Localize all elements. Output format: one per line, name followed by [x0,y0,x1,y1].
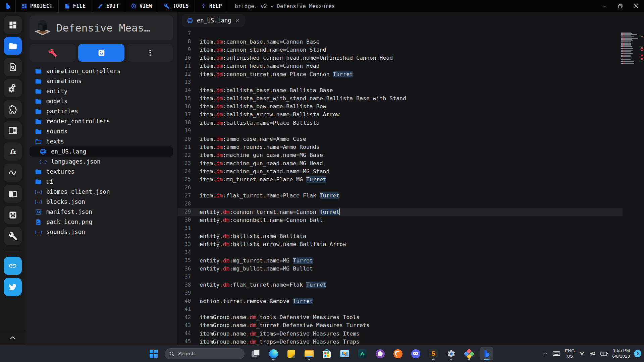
code-line[interactable]: 32entity.dm:ballista.name=Ballista [177,232,644,240]
code-line[interactable]: 11item.dm:cannon_head.name=Cannon Head [177,62,644,70]
menu-edit[interactable]: EDIT [92,0,125,12]
code-line[interactable]: 44itemGroup.name.dm_items=Defensive Meas… [177,329,644,338]
taskbar-sublime-text[interactable]: S [427,347,440,360]
notification-badge[interactable]: 2 [634,350,641,357]
tree-item-en-us-lang[interactable]: en_US.lang [30,146,173,157]
tree-item-entity[interactable]: entity [30,86,173,96]
clock[interactable]: 1:55 PM 6/8/2023 [612,348,630,359]
taskbar-edge-browser[interactable] [267,347,280,360]
volume-icon[interactable] [589,350,596,357]
tree-item-texts[interactable]: texts [30,136,173,146]
project-header[interactable]: Defensive Meas… [30,15,173,40]
code-line[interactable]: 18item.dm:ballista.name=Place Ballista [177,119,644,127]
code-line[interactable]: 20item.dm:ammo_case.name=Ammo Case [177,135,644,143]
taskbar-discord[interactable] [409,347,422,360]
taskbar-settings[interactable] [444,347,458,360]
battery-icon[interactable] [600,350,608,358]
rail-search-files-button[interactable] [4,58,22,76]
code-line[interactable]: 14item.dm:ballista_base.name=Ballista Ba… [177,86,644,94]
code-line[interactable]: 13 [177,78,644,86]
tree-item-manifest-json[interactable]: manifest.json [30,207,173,217]
code-line[interactable]: 25item.dm:mg_turret.name=Place MG Turret [177,175,644,183]
taskbar-start-button[interactable] [147,347,160,360]
taskbar-crunchyroll[interactable] [391,347,405,360]
code-line[interactable]: 9item.dm:cannon_stand.name=Cannon Stand [177,46,644,54]
tree-item-blocks-json[interactable]: {..}blocks.json [30,197,173,207]
tree-item-animations[interactable]: animations [30,76,173,86]
minimize-button[interactable] [597,0,612,12]
taskbar-github-desktop[interactable] [373,347,387,360]
rail-documentation-button[interactable] [4,185,22,203]
rail-functions-button[interactable]: fx [4,142,22,161]
taskbar-video-editor[interactable] [356,347,369,360]
collapse-panel-button[interactable] [0,330,25,345]
tree-item-sounds-json[interactable]: {..}sounds.json [30,227,173,237]
code-line[interactable]: 40action.turret.remove=Remove Turret [177,297,644,305]
code-line[interactable]: 27item.dm:flak_turret.name=Place Flak Tu… [177,192,644,200]
rail-share-link-button[interactable] [4,257,22,275]
project-screenshot-button[interactable] [78,44,124,62]
taskbar-presentation-app[interactable] [338,347,351,360]
language-indicator[interactable]: ENG US [565,348,575,359]
code-line[interactable]: 10item.dm:unfinished_cannon_head.name=Un… [177,54,644,62]
tree-item-render-controllers[interactable]: render_controllers [30,116,173,126]
code-line[interactable]: 37 [177,273,644,281]
rail-tools-button[interactable] [4,227,22,245]
taskbar-search[interactable]: Search [165,348,245,359]
restore-button[interactable] [612,0,628,12]
code-line[interactable]: 21item.dm:ammo_rounds.name=Ammo Rounds [177,143,644,151]
code-line[interactable]: 16item.dm:ballista_bow.name=Ballista Bow [177,103,644,111]
tree-item-particles[interactable]: particles [30,106,173,116]
code-line[interactable]: 43itemGroup.name.dm_turret=Defensive Mea… [177,321,644,329]
touch-keyboard-icon[interactable] [552,349,561,358]
rail-extensions-button[interactable] [4,100,22,118]
taskbar-file-explorer[interactable] [302,347,316,360]
code-line[interactable]: 38entity.dm:flak_turret.name=Flak Turret [177,281,644,289]
code-line[interactable]: 42itemGroup.name.dm_tools=Defensive Meas… [177,313,644,321]
menu-file[interactable]: FILE [58,0,92,12]
rail-minecraft-button[interactable] [4,206,22,224]
code-line[interactable]: 36entity.dm:mg_bullet.name=MG Bullet [177,264,644,273]
code-line[interactable]: 26 [177,184,644,192]
code-line[interactable]: 8item.dm:cannon_base.name=Cannon Base [177,38,644,46]
code-line[interactable]: 45itemGroup.name.dm_traps=Defensive Meas… [177,338,644,345]
code-line[interactable]: 28 [177,200,644,208]
taskbar-bridge-app[interactable] [480,347,493,360]
code-line[interactable]: 12item.dm:cannon_turret.name=Place Canno… [177,70,644,78]
code-line[interactable]: 22item.dm:machine_gun_base.name=MG Base [177,151,644,159]
tree-item-ui[interactable]: ui [30,177,173,187]
rail-twitter-button[interactable] [4,278,22,296]
minimap[interactable] [621,32,639,64]
code-line[interactable]: 29entity.dm:cannon_turret.name=Cannon Tu… [177,208,644,216]
code-line[interactable]: 35entity.dm:mg_turret.name=MG Turret [177,256,644,264]
project-tools-button[interactable] [30,44,76,62]
tray-chevron-up-icon[interactable] [543,351,548,356]
rail-dashboard-button[interactable] [4,16,22,34]
close-button[interactable] [628,0,644,12]
code-line[interactable]: 33entity.dm:ballista_arrow.name=Ballista… [177,240,644,248]
menu-help[interactable]: HELP [195,0,228,12]
menu-project[interactable]: PROJECT [15,0,58,12]
rail-molang-button[interactable] [4,164,22,182]
rail-project-files-button[interactable] [4,37,22,55]
tree-item-animation-controllers[interactable]: animation_controllers [30,66,173,76]
code-line[interactable]: 31 [177,224,644,232]
project-more-button[interactable] [127,44,173,62]
code-line[interactable]: 39 [177,289,644,297]
tab-close-icon[interactable] [235,18,240,23]
code-line[interactable]: 30entity.dm:cannonball.name=Cannon ball [177,216,644,224]
tree-item-biomes-client-json[interactable]: {..}biomes_client.json [30,187,173,197]
taskbar-microsoft-store[interactable] [320,347,333,360]
code-line[interactable]: 19 [177,127,644,135]
rail-settings-button[interactable] [4,79,22,97]
code-line[interactable]: 15item.dm:ballista_base_with_stand.name=… [177,95,644,103]
code-line[interactable]: 34 [177,248,644,256]
tree-item-pack-icon-png[interactable]: pack_icon.png [30,217,173,227]
menu-tools[interactable]: TOOLS [158,0,195,12]
code-line[interactable]: 17item.dm:ballista_arrow.name=Ballista A… [177,111,644,119]
rail-presets-button[interactable] [4,121,22,139]
code-line[interactable]: 7 [177,29,644,38]
code-line[interactable]: 41 [177,305,644,313]
taskbar-sticky-notes[interactable] [284,347,298,360]
taskbar-block-tool-app[interactable] [462,347,476,360]
